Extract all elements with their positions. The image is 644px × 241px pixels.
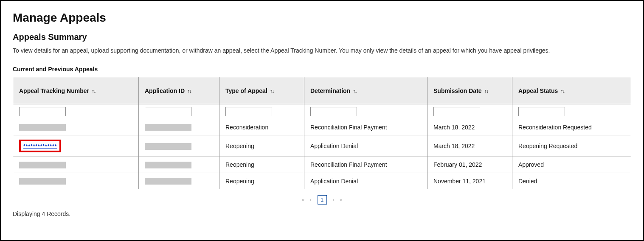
- cell-appeal-tracking-number[interactable]: [13, 173, 139, 189]
- cell-application-id: [139, 157, 219, 173]
- highlight-box: **************: [19, 140, 61, 152]
- page-container: Manage Appeals Appeals Summary To view d…: [0, 0, 644, 241]
- sort-icon[interactable]: ↑↓: [353, 88, 357, 94]
- table-caption: Current and Previous Appeals: [13, 66, 631, 73]
- appeals-table: Appeal Tracking Number ↑↓ Application ID…: [13, 77, 631, 189]
- pager-current-page[interactable]: 1: [318, 195, 327, 205]
- cell-application-id: [139, 119, 219, 135]
- cell-appeal-tracking-number[interactable]: [13, 157, 139, 173]
- filter-appeal-tracking-number[interactable]: [19, 107, 66, 116]
- table-row: Reopening Application Denial November 11…: [13, 173, 631, 189]
- section-title: Appeals Summary: [13, 32, 631, 42]
- pager-last-icon[interactable]: »: [340, 196, 343, 203]
- cell-determination: Reconciliation Final Payment: [304, 119, 427, 135]
- redacted-placeholder: [145, 124, 191, 131]
- record-count-text: Displaying 4 Records.: [13, 210, 631, 217]
- col-header-type-of-appeal[interactable]: Type of Appeal ↑↓: [219, 77, 304, 104]
- table-row: Reopening Reconciliation Final Payment F…: [13, 157, 631, 173]
- filter-application-id[interactable]: [145, 107, 191, 116]
- table-row: Reconsideration Reconciliation Final Pay…: [13, 119, 631, 135]
- redacted-placeholder: [19, 124, 66, 131]
- col-header-label: Type of Appeal: [225, 87, 267, 94]
- col-header-label: Determination: [310, 87, 350, 94]
- cell-type-of-appeal: Reopening: [219, 173, 304, 189]
- cell-appeal-status: Reconsideration Requested: [512, 119, 631, 135]
- cell-determination: Reconciliation Final Payment: [304, 157, 427, 173]
- pager-prev-icon[interactable]: ‹: [309, 196, 311, 203]
- col-header-appeal-status[interactable]: Appeal Status ↑↓: [512, 77, 631, 104]
- cell-submission-date: February 01, 2022: [427, 157, 512, 173]
- redacted-placeholder: [145, 143, 191, 150]
- col-header-label: Application ID: [145, 87, 185, 94]
- cell-determination: Application Denial: [304, 173, 427, 189]
- col-header-appeal-tracking-number[interactable]: Appeal Tracking Number ↑↓: [13, 77, 139, 104]
- cell-submission-date: March 18, 2022: [427, 135, 512, 157]
- table-filter-row: [13, 104, 631, 119]
- filter-type-of-appeal[interactable]: [225, 107, 272, 116]
- cell-submission-date: November 11, 2021: [427, 173, 512, 189]
- cell-appeal-status: Reopening Requested: [512, 135, 631, 157]
- redacted-placeholder: [19, 162, 66, 168]
- col-header-label: Appeal Tracking Number: [19, 87, 89, 94]
- pagination: « ‹ 1 › »: [13, 195, 631, 205]
- cell-type-of-appeal: Reopening: [219, 135, 304, 157]
- filter-determination[interactable]: [310, 107, 357, 116]
- cell-type-of-appeal: Reconsideration: [219, 119, 304, 135]
- table-header-row: Appeal Tracking Number ↑↓ Application ID…: [13, 77, 631, 104]
- cell-determination: Application Denial: [304, 135, 427, 157]
- col-header-submission-date[interactable]: Submission Date ↑↓: [427, 77, 512, 104]
- cell-appeal-tracking-number[interactable]: [13, 119, 139, 135]
- sort-icon[interactable]: ↑↓: [560, 88, 564, 94]
- redacted-placeholder: [145, 178, 191, 185]
- cell-appeal-status: Approved: [512, 157, 631, 173]
- cell-appeal-tracking-number[interactable]: **************: [13, 135, 139, 157]
- col-header-label: Submission Date: [433, 87, 482, 94]
- filter-submission-date[interactable]: [433, 107, 480, 116]
- redacted-placeholder: [145, 162, 191, 168]
- sort-icon[interactable]: ↑↓: [187, 88, 191, 94]
- instructions-text: To view details for an appeal, upload su…: [13, 47, 631, 54]
- appeal-tracking-link[interactable]: **************: [23, 143, 57, 149]
- col-header-application-id[interactable]: Application ID ↑↓: [139, 77, 219, 104]
- sort-icon[interactable]: ↑↓: [270, 88, 274, 94]
- col-header-determination[interactable]: Determination ↑↓: [304, 77, 427, 104]
- sort-icon[interactable]: ↑↓: [484, 88, 488, 94]
- filter-appeal-status[interactable]: [518, 107, 565, 116]
- cell-type-of-appeal: Reopening: [219, 157, 304, 173]
- cell-application-id: [139, 135, 219, 157]
- table-row: ************** Reopening Application Den…: [13, 135, 631, 157]
- page-title: Manage Appeals: [13, 11, 631, 25]
- sort-icon[interactable]: ↑↓: [92, 88, 96, 94]
- cell-appeal-status: Denied: [512, 173, 631, 189]
- pager-first-icon[interactable]: «: [301, 196, 304, 203]
- cell-submission-date: March 18, 2022: [427, 119, 512, 135]
- col-header-label: Appeal Status: [518, 87, 558, 94]
- cell-application-id: [139, 173, 219, 189]
- pager-next-icon[interactable]: ›: [332, 196, 334, 203]
- redacted-placeholder: [19, 178, 66, 185]
